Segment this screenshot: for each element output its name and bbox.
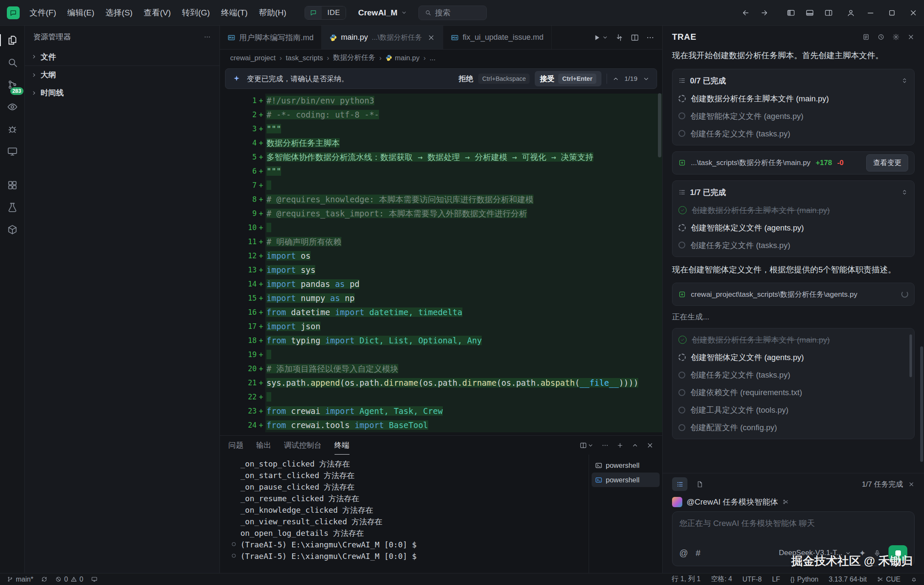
- editor-more-button[interactable]: [646, 33, 654, 42]
- menu-item[interactable]: 文件(F): [24, 4, 62, 21]
- menu-item[interactable]: 转到(G): [176, 4, 215, 21]
- panel-more-button[interactable]: [601, 442, 609, 449]
- editor-scrollbar[interactable]: [657, 92, 662, 435]
- editor-tab[interactable]: main.py...\数据分析任务: [322, 26, 443, 49]
- menu-item[interactable]: 帮助(H): [253, 4, 292, 21]
- assistant-conversation[interactable]: 现在我开始创建数据分析任务脚本。首先创建主脚本文件。 0/7 已完成创建数据分析…: [663, 48, 924, 473]
- panel-tab-输出[interactable]: 输出: [256, 436, 271, 455]
- problems-indicator[interactable]: 0 0: [55, 576, 83, 583]
- todo-item[interactable]: 创建智能体定义文件 (agents.py): [678, 349, 908, 366]
- scrollbar-thumb[interactable]: [658, 93, 661, 157]
- breadcrumb-item[interactable]: main.py: [385, 54, 420, 62]
- back-button[interactable]: [737, 4, 755, 22]
- breadcrumb-item[interactable]: ...: [429, 54, 435, 62]
- status-item[interactable]: UTF-8: [742, 576, 761, 583]
- card-scrollbar-thumb[interactable]: [909, 334, 912, 377]
- panel-layout-button[interactable]: [580, 442, 594, 449]
- status-item[interactable]: LF: [772, 576, 780, 583]
- toggle-panel-button[interactable]: [801, 4, 819, 22]
- chat-mode-button[interactable]: [305, 6, 322, 19]
- more-actions-icon[interactable]: [204, 33, 211, 41]
- assistant-scrollbar-thumb[interactable]: [920, 346, 923, 462]
- todo-item[interactable]: 创建任务定义文件 (tasks.py): [678, 236, 908, 254]
- terminal-output[interactable]: _on_stop_clicked 方法存在_on_start_clicked 方…: [220, 455, 589, 573]
- todo-item[interactable]: 创建任务定义文件 (tasks.py): [678, 125, 908, 142]
- prev-change-button[interactable]: [612, 75, 619, 83]
- status-item[interactable]: {}Python: [790, 576, 818, 583]
- sidebar-section-时间线[interactable]: 时间线: [25, 84, 219, 102]
- collapse-icon[interactable]: [901, 77, 908, 84]
- todo-item[interactable]: 创建数据分析任务主脚本文件 (main.py): [678, 90, 908, 107]
- menu-item[interactable]: 查看(V): [138, 4, 176, 21]
- next-change-button[interactable]: [643, 75, 650, 83]
- activity-item-explorer[interactable]: [3, 30, 22, 50]
- breadcrumb-item[interactable]: task_scripts: [286, 54, 323, 62]
- mention-button[interactable]: @: [679, 549, 688, 557]
- forward-button[interactable]: [755, 4, 773, 22]
- status-item[interactable]: 3.13.7 64-bit: [829, 576, 867, 583]
- activity-item-testing[interactable]: [3, 198, 22, 217]
- artifacts-button[interactable]: [692, 477, 707, 491]
- sync-button[interactable]: [41, 576, 47, 582]
- menu-item[interactable]: 选择(S): [100, 4, 138, 21]
- feedback-button[interactable]: [91, 576, 98, 582]
- activity-item-debug[interactable]: [3, 119, 22, 139]
- branch-indicator[interactable]: main*: [7, 576, 33, 583]
- menu-item[interactable]: 编辑(E): [62, 4, 100, 21]
- activity-item-packages[interactable]: [3, 220, 22, 239]
- mode-toggle[interactable]: IDE: [305, 6, 346, 20]
- split-editor-button[interactable]: [631, 33, 639, 42]
- ide-mode-button[interactable]: IDE: [322, 6, 346, 19]
- settings-button[interactable]: [892, 33, 900, 41]
- activity-item-preview[interactable]: [3, 97, 22, 117]
- terminal-instance[interactable]: powershell: [592, 458, 660, 473]
- todo-list-button[interactable]: [672, 477, 687, 491]
- accept-button[interactable]: 接受 Ctrl+Enter: [535, 71, 601, 86]
- project-selector[interactable]: CrewAI_M: [358, 8, 407, 18]
- status-item[interactable]: CUE: [877, 576, 900, 583]
- panel-maximize-button[interactable]: [631, 442, 639, 449]
- close-button[interactable]: [903, 0, 924, 26]
- breadcrumb-item[interactable]: 数据分析任务: [333, 53, 376, 62]
- editor-tab[interactable]: fix_ui_update_issue.md: [443, 26, 551, 49]
- todo-item[interactable]: 创建依赖文件 (requirements.txt): [678, 384, 908, 401]
- status-item[interactable]: 行 1, 列 1: [672, 575, 701, 584]
- panel-tab-终端[interactable]: 终端: [335, 436, 349, 455]
- sidebar-section-文件[interactable]: 文件: [25, 48, 219, 66]
- sidebar-section-大纲[interactable]: 大纲: [25, 66, 219, 84]
- breadcrumb[interactable]: crewai_project›task_scripts›数据分析任务›main.…: [220, 50, 662, 66]
- panel-tab-调试控制台[interactable]: 调试控制台: [284, 436, 322, 455]
- breadcrumb-item[interactable]: crewai_project: [230, 54, 275, 62]
- activity-item-extensions[interactable]: [3, 175, 22, 195]
- minimize-button[interactable]: [860, 0, 881, 26]
- view-changes-button[interactable]: 查看变更: [866, 154, 908, 171]
- todo-item[interactable]: 创建任务定义文件 (tasks.py): [678, 366, 908, 384]
- maximize-button[interactable]: [881, 0, 903, 26]
- new-terminal-button[interactable]: [616, 442, 624, 449]
- todo-item[interactable]: 创建数据分析任务主脚本文件 (main.py): [678, 201, 908, 219]
- activity-item-remote-explorer[interactable]: [3, 142, 22, 161]
- activity-item-search[interactable]: [3, 53, 22, 72]
- reject-button[interactable]: 拒绝: [459, 74, 473, 84]
- toggle-secondary-sidebar-button[interactable]: [820, 4, 838, 22]
- toggle-sidebar-button[interactable]: [782, 4, 800, 22]
- global-search[interactable]: 搜索: [418, 6, 487, 20]
- close-assistant-button[interactable]: [907, 33, 915, 41]
- todo-item[interactable]: 创建智能体定义文件 (agents.py): [678, 107, 908, 125]
- terminal-instance[interactable]: powershell: [592, 473, 660, 487]
- panel-tab-问题[interactable]: 问题: [228, 436, 243, 455]
- account-button[interactable]: [842, 4, 860, 22]
- dismiss-progress-button[interactable]: [908, 481, 915, 488]
- todo-item[interactable]: 创建智能体定义文件 (agents.py): [678, 219, 908, 236]
- status-item[interactable]: 空格: 4: [711, 575, 732, 584]
- agent-chip[interactable]: @CrewAI 任务模块智能体: [672, 496, 915, 507]
- channel-button[interactable]: #: [696, 549, 700, 557]
- notifications-button[interactable]: [911, 576, 917, 582]
- collapse-icon[interactable]: [901, 189, 908, 196]
- app-logo-icon[interactable]: [7, 6, 20, 19]
- history-button[interactable]: [877, 33, 885, 41]
- menu-item[interactable]: 终端(T): [216, 4, 253, 21]
- docs-button[interactable]: [862, 33, 870, 41]
- panel-close-button[interactable]: [646, 442, 654, 449]
- todo-item[interactable]: 创建配置文件 (config.py): [678, 419, 908, 436]
